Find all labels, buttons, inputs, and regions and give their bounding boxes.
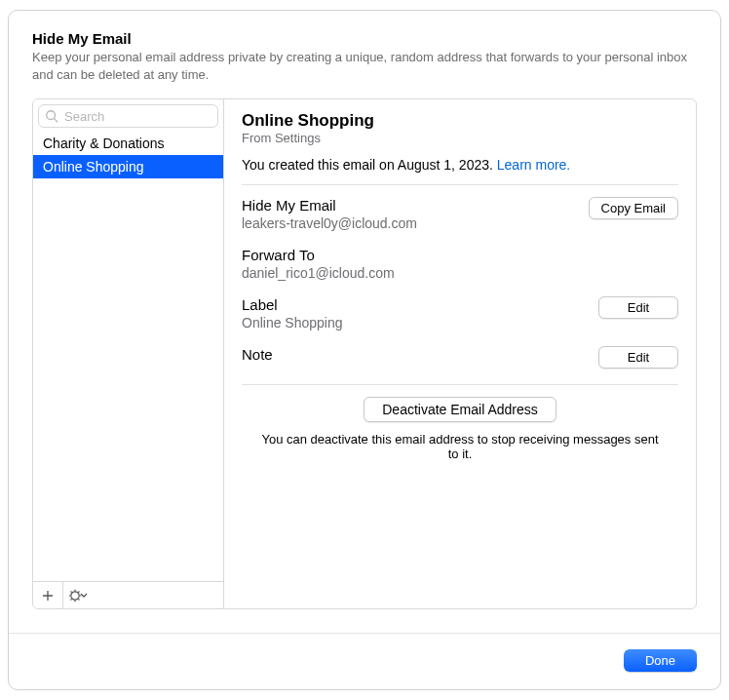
search-input[interactable] [62, 108, 211, 125]
hide-my-email-label: Hide My Email [242, 197, 417, 214]
forward-to-section: Forward To daniel_rico1@icloud.com [242, 247, 678, 281]
svg-point-4 [71, 591, 79, 599]
svg-line-1 [55, 119, 58, 122]
created-date: You created this email on August 1, 2023… [242, 157, 497, 173]
svg-line-10 [78, 599, 79, 600]
note-section: Note Edit [242, 346, 678, 369]
search-icon [45, 109, 58, 123]
created-text: You created this email on August 1, 2023… [242, 157, 678, 173]
detail-subtitle: From Settings [242, 131, 678, 145]
forward-to-label: Forward To [242, 247, 395, 263]
gear-chevron-icon [68, 589, 88, 603]
hide-my-email-section: Hide My Email leakers-travel0y@icloud.co… [242, 197, 678, 231]
page-title: Hide My Email [32, 30, 697, 47]
deactivate-description: You can deactivate this email address to… [261, 432, 659, 461]
copy-email-button[interactable]: Copy Email [589, 197, 678, 219]
hide-my-email-window: Hide My Email Keep your personal email a… [8, 10, 721, 690]
sidebar-item-label: Charity & Donations [43, 136, 165, 151]
detail-pane: Online Shopping From Settings You create… [224, 99, 696, 608]
deactivate-button[interactable]: Deactivate Email Address [364, 397, 556, 422]
deactivate-section: Deactivate Email Address You can deactiv… [242, 397, 678, 461]
edit-note-button[interactable]: Edit [598, 346, 678, 369]
content-pane: Charity & Donations Online Shopping [32, 98, 697, 609]
detail-title: Online Shopping [242, 111, 678, 131]
sidebar-item-charity-donations[interactable]: Charity & Donations [33, 132, 223, 155]
actions-menu-button[interactable] [63, 582, 93, 608]
sidebar-item-online-shopping[interactable]: Online Shopping [33, 155, 223, 178]
add-button[interactable] [33, 582, 62, 608]
done-button[interactable]: Done [624, 649, 697, 672]
sidebar-list: Charity & Donations Online Shopping [33, 132, 223, 581]
footer: Done [9, 633, 720, 689]
plus-icon [42, 590, 54, 602]
search-field[interactable] [38, 104, 218, 128]
forward-to-value: daniel_rico1@icloud.com [242, 265, 395, 281]
sidebar-item-label: Online Shopping [43, 159, 144, 175]
svg-line-9 [71, 591, 72, 592]
svg-line-12 [78, 591, 79, 592]
label-value: Online Shopping [242, 315, 343, 331]
sidebar-toolbar [33, 581, 223, 608]
page-description: Keep your personal email address private… [32, 49, 697, 83]
hide-my-email-value: leakers-travel0y@icloud.com [242, 215, 417, 231]
edit-label-button[interactable]: Edit [598, 296, 678, 319]
separator [242, 384, 678, 385]
sidebar: Charity & Donations Online Shopping [33, 99, 224, 608]
note-label: Note [242, 346, 273, 363]
svg-line-11 [71, 599, 72, 600]
header: Hide My Email Keep your personal email a… [9, 11, 720, 91]
learn-more-link[interactable]: Learn more. [497, 157, 570, 173]
label-label: Label [242, 296, 343, 313]
label-section: Label Online Shopping Edit [242, 296, 678, 331]
separator [242, 184, 678, 185]
